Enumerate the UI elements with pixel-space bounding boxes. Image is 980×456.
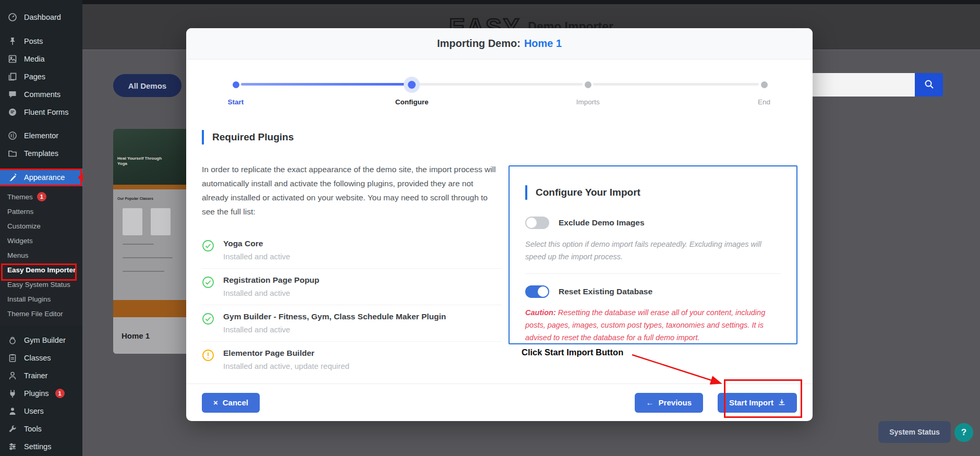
demo-mini-card (123, 208, 142, 235)
annotation-label: Click Start Import Button (522, 347, 623, 357)
reset-database-label: Reset Existing Database (559, 287, 652, 296)
sidebar-item-classes[interactable]: Classes (0, 349, 82, 367)
cancel-button[interactable]: × Cancel (202, 393, 260, 413)
plugin-name: Elementor Page Builder (223, 349, 349, 358)
submenu-item-widgets[interactable]: Widgets (0, 233, 82, 248)
stepper-segment-pending (417, 83, 583, 86)
demo-thumbnail-band (113, 185, 189, 189)
caution-prefix: Caution: (525, 308, 556, 317)
divider (525, 273, 781, 274)
stepper-segment-done (241, 83, 407, 86)
annotation-box-start-import (724, 379, 802, 418)
demo-mini-label: Our Popular Classes (117, 197, 153, 200)
all-demos-button[interactable]: All Demos (113, 74, 182, 97)
demo-card-title: Home 1 (122, 331, 150, 340)
demo-mini-card (151, 208, 171, 235)
step-dot-start (228, 77, 243, 92)
submenu-item-label: Install Plugins (7, 295, 51, 303)
import-stepper: Start Configure Imports End (236, 77, 764, 111)
step-label-end: End (728, 98, 801, 106)
sidebar-item-label: Pages (24, 73, 45, 81)
submenu-item-label: Patterns (7, 208, 33, 215)
exclude-demo-images-toggle[interactable] (525, 217, 549, 229)
demo-thumbnail-hero: Heal Yourself Through Yoga (113, 129, 189, 185)
plugin-row: Elementor Page Builder Installed and act… (202, 342, 502, 378)
sidebar-item-pages[interactable]: Pages (0, 68, 82, 86)
submenu-item-theme-file-editor[interactable]: Theme File Editor (0, 306, 82, 321)
reset-database-toggle[interactable] (525, 285, 549, 298)
demo-mini-line (123, 271, 164, 272)
submenu-item-label: Easy System Status (7, 281, 70, 289)
sidebar-item-label: Trainer (24, 371, 47, 380)
submenu-item-customize[interactable]: Customize (0, 219, 82, 233)
required-plugins-section: Required Plugins In order to replicate t… (202, 130, 502, 378)
plugin-row: Gym Builder - Fitness, Gym, Class Schedu… (202, 305, 502, 342)
required-plugins-heading: Required Plugins (202, 130, 502, 145)
user-icon (7, 406, 18, 416)
sidebar-item-users[interactable]: Users (0, 402, 82, 420)
sidebar-item-tools[interactable]: Tools (0, 420, 82, 438)
sidebar-item-trainer[interactable]: Trainer (0, 367, 82, 385)
pages-icon (7, 71, 18, 82)
help-button[interactable]: ? (954, 423, 973, 442)
stepper-segment-pending (593, 83, 759, 86)
modal-title: Importing Demo: (437, 38, 521, 50)
sidebar-item-label: Elementor (24, 131, 58, 140)
plugin-row: Yoga Core Installed and active (202, 232, 502, 269)
sidebar-item-templates[interactable]: Templates (0, 145, 82, 162)
system-status-button[interactable]: System Status (878, 421, 951, 443)
fluent-forms-icon (7, 107, 18, 117)
step-dot-configure (405, 77, 419, 92)
sidebar-item-comments[interactable]: Comments (0, 86, 82, 103)
sidebar-item-label: Users (24, 407, 44, 415)
sidebar-item-settings[interactable]: Settings (0, 438, 82, 455)
annotation-arrow (626, 349, 730, 390)
search-button[interactable] (915, 73, 943, 97)
submenu-item-label: Themes (7, 193, 33, 201)
sidebar-item-label: Settings (24, 442, 51, 451)
sidebar-item-plugins[interactable]: Plugins 1 (0, 385, 82, 402)
demo-hero-text: Heal Yourself Through Yoga (117, 156, 164, 166)
demo-mini-line (123, 244, 154, 245)
sidebar-item-label: Templates (24, 149, 58, 158)
sidebar-item-media[interactable]: Media (0, 50, 82, 68)
plugin-row: Registration Page Popup Installed and ac… (202, 269, 502, 305)
sidebar-item-fluent-forms[interactable]: Fluent Forms (0, 103, 82, 121)
previous-button-label: Previous (659, 398, 692, 407)
plugin-status: Installed and active (223, 325, 446, 334)
submenu-item-label: Theme File Editor (7, 310, 63, 318)
sidebar-item-label: Tools (24, 425, 42, 433)
step-dot-imports (580, 77, 595, 92)
check-circle-icon (202, 276, 214, 289)
check-circle-icon (202, 239, 214, 252)
plugin-status: Installed and active, update required (223, 362, 349, 370)
pin-icon (7, 36, 18, 46)
previous-button[interactable]: ← Previous (635, 393, 703, 413)
submenu-item-menus[interactable]: Menus (0, 248, 82, 262)
update-badge: 1 (37, 192, 46, 201)
sidebar-item-dashboard[interactable]: Dashboard (0, 8, 82, 26)
demo-thumbnail-classes: Our Popular Classes (113, 189, 189, 300)
demo-card-home1[interactable]: Heal Yourself Through Yoga Our Popular C… (113, 129, 189, 354)
sidebar-item-label: Fluent Forms (24, 108, 68, 116)
exclude-demo-images-help: Select this option if demo import fails … (525, 238, 781, 263)
sidebar-item-elementor[interactable]: Elementor (0, 127, 82, 145)
sidebar-item-label: Media (24, 55, 45, 63)
wrench-icon (7, 424, 18, 434)
submenu-item-themes[interactable]: Themes 1 (0, 189, 82, 204)
submenu-item-label: Widgets (7, 237, 33, 245)
folder-icon (7, 148, 18, 159)
caution-text: Resetting the database will erase all of… (525, 308, 765, 342)
sidebar-item-label: Posts (24, 37, 43, 45)
submenu-item-install-plugins[interactable]: Install Plugins (0, 292, 82, 306)
search-icon (924, 79, 934, 91)
sidebar-item-gym-builder[interactable]: Gym Builder (0, 331, 82, 349)
modal-header: Importing Demo: Home 1 (186, 28, 813, 59)
plugin-name: Gym Builder - Fitness, Gym, Class Schedu… (223, 312, 446, 321)
modal-title-demo-name: Home 1 (524, 38, 562, 50)
reset-database-block: Reset Existing Database Caution: Resetti… (525, 285, 781, 344)
submenu-item-patterns[interactable]: Patterns (0, 204, 82, 219)
clipboard-icon (7, 353, 18, 363)
sidebar-item-posts[interactable]: Posts (0, 32, 82, 50)
plugin-status: Installed and active (223, 252, 290, 261)
